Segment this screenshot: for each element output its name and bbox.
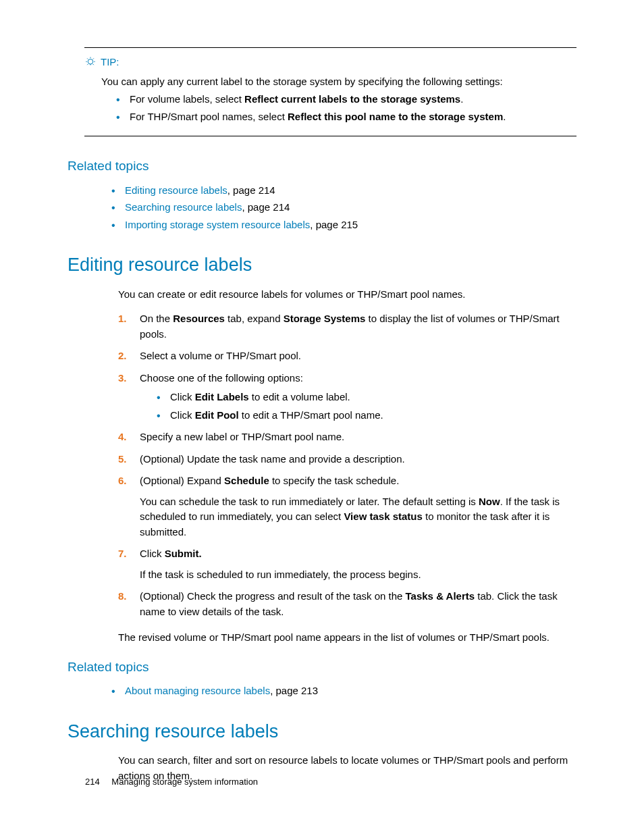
document-page: TIP: You can apply any current label to …: [0, 0, 644, 783]
step-item: 2. Select a volume or THP/Smart pool.: [118, 348, 576, 364]
step-item: 5. (Optional) Update the task name and p…: [118, 452, 576, 467]
step-item: 1. On the Resources tab, expand Storage …: [118, 311, 576, 342]
tip-list: For volume labels, select Reflect curren…: [116, 92, 570, 124]
step-number: 5.: [118, 452, 127, 467]
related-topics-heading: Related topics: [68, 157, 576, 176]
sub-item: Click Edit Pool to edit a THP/Smart pool…: [157, 408, 576, 423]
tip-label: TIP:: [101, 55, 119, 70]
lightbulb-icon: [84, 56, 97, 68]
step-item: 4. Specify a new label or THP/Smart pool…: [118, 429, 576, 445]
svg-line-8: [93, 64, 94, 65]
section-intro: You can create or edit resource labels f…: [118, 287, 576, 303]
tip-intro: You can apply any current label to the s…: [101, 74, 570, 90]
related-item: About managing resource labels, page 213: [111, 683, 576, 699]
step-item: 8. (Optional) Check the progress and res…: [118, 589, 576, 619]
step-extra: If the task is scheduled to run immediat…: [140, 567, 576, 583]
related-topics-heading: Related topics: [68, 658, 576, 677]
related-topics-list: About managing resource labels, page 213: [111, 683, 576, 699]
step-item: 3. Choose one of the following options: …: [118, 371, 576, 423]
svg-line-5: [87, 59, 88, 59]
link-editing-resource-labels[interactable]: Editing resource labels: [125, 184, 227, 196]
svg-point-0: [88, 59, 93, 65]
related-item: Editing resource labels, page 214: [111, 183, 576, 199]
step-number: 7.: [118, 546, 127, 562]
related-topics-list: Editing resource labels, page 214 Search…: [111, 183, 576, 233]
tip-item: For THP/Smart pool names, select Reflect…: [116, 109, 570, 125]
page-footer: 214 Managing storage system information: [85, 775, 258, 789]
footer-title: Managing storage system information: [111, 777, 258, 787]
link-searching-resource-labels[interactable]: Searching resource labels: [125, 201, 242, 213]
link-about-managing-resource-labels[interactable]: About managing resource labels: [125, 685, 270, 696]
section-closing: The revised volume or THP/Smart pool nam…: [118, 630, 576, 646]
sub-item: Click Edit Labels to edit a volume label…: [157, 390, 576, 405]
tip-box: TIP: You can apply any current label to …: [84, 47, 576, 136]
step-extra: You can schedule the task to run immedia…: [140, 494, 576, 540]
step-sub-list: Click Edit Labels to edit a volume label…: [157, 390, 576, 423]
step-item: 7. Click Submit. If the task is schedule…: [118, 546, 576, 582]
step-list: 1. On the Resources tab, expand Storage …: [118, 311, 576, 619]
step-number: 1.: [118, 311, 127, 327]
page-number: 214: [85, 777, 100, 787]
link-importing-storage-system-resource-labels[interactable]: Importing storage system resource labels: [125, 219, 310, 230]
step-number: 4.: [118, 429, 127, 445]
related-item: Searching resource labels, page 214: [111, 200, 576, 215]
step-number: 6.: [118, 473, 127, 489]
svg-line-6: [93, 59, 94, 59]
svg-line-7: [87, 64, 88, 65]
step-number: 3.: [118, 371, 127, 386]
step-number: 8.: [118, 589, 127, 604]
related-item: Importing storage system resource labels…: [111, 217, 576, 233]
step-item: 6. (Optional) Expand Schedule to specify…: [118, 473, 576, 540]
step-number: 2.: [118, 348, 127, 364]
section-heading-searching: Searching resource labels: [68, 718, 576, 746]
tip-item: For volume labels, select Reflect curren…: [116, 92, 570, 107]
tip-header: TIP:: [84, 55, 570, 70]
section-heading-editing: Editing resource labels: [68, 251, 576, 279]
